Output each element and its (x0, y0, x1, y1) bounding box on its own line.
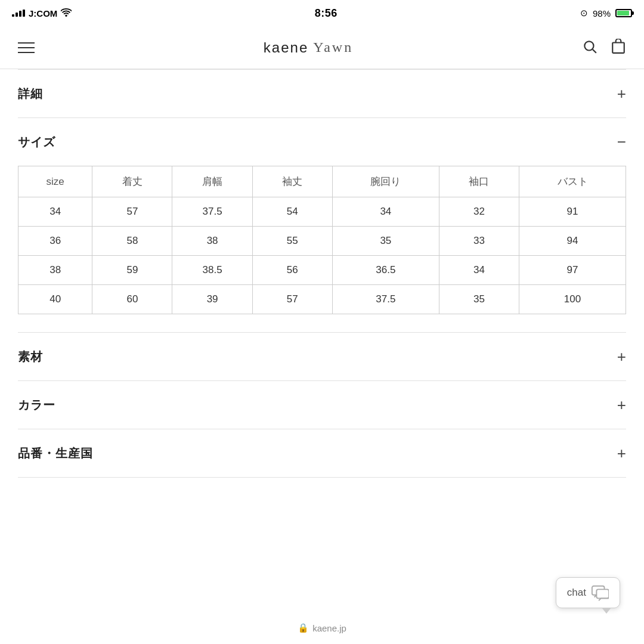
section-details: 詳細 + (0, 70, 644, 117)
lock-icon: 🔒 (298, 623, 309, 633)
chat-icon (591, 584, 609, 602)
table-row: 385938.55636.53497 (18, 256, 626, 285)
table-cell: 35 (332, 227, 439, 256)
table-cell: 36 (18, 227, 92, 256)
table-header-cell: 袖口 (439, 166, 519, 197)
table-cell: 34 (332, 197, 439, 227)
table-cell: 56 (252, 256, 332, 285)
table-cell: 33 (439, 227, 519, 256)
table-header-cell: 着丈 (92, 166, 172, 197)
wifi-icon (61, 8, 72, 18)
section-material: 素材 + (0, 333, 644, 380)
table-cell: 32 (439, 197, 519, 227)
status-bar: J:COM 8:56 ⊙ 98% (0, 0, 644, 26)
table-cell: 60 (92, 285, 172, 314)
table-cell: 36.5 (332, 256, 439, 285)
table-cell: 57 (252, 285, 332, 314)
section-product-info-title: 品番・生産国 (18, 445, 93, 462)
table-cell: 40 (18, 285, 92, 314)
table-cell: 38 (172, 227, 252, 256)
section-material-title: 素材 (18, 349, 43, 365)
table-cell: 91 (519, 197, 626, 227)
table-header-cell: 肩幅 (172, 166, 252, 197)
nav-icons (582, 39, 626, 57)
table-header-cell: 腕回り (332, 166, 439, 197)
table-header-cell: size (18, 166, 92, 197)
table-cell: 37.5 (172, 197, 252, 227)
section-product-info-toggle-icon: + (617, 444, 626, 463)
section-size: サイズ − (0, 118, 644, 166)
status-bar-left: J:COM (12, 8, 72, 18)
battery-percent: 98% (593, 8, 611, 18)
section-details-toggle-icon: + (617, 85, 626, 103)
cart-icon[interactable] (611, 39, 626, 57)
section-color: カラー + (0, 381, 644, 429)
section-size-title: サイズ (18, 134, 55, 150)
section-color-title: カラー (18, 397, 55, 413)
table-cell: 58 (92, 227, 172, 256)
size-table: size着丈肩幅袖丈腕回り袖口バスト 345737.55434329136583… (18, 166, 626, 314)
table-cell: 59 (92, 256, 172, 285)
lock-status-icon: ⊙ (580, 8, 588, 18)
table-cell: 100 (519, 285, 626, 314)
signal-icon (12, 10, 25, 17)
battery-icon (615, 9, 632, 17)
table-cell: 57 (92, 197, 172, 227)
section-color-header[interactable]: カラー + (18, 381, 626, 429)
search-icon[interactable] (582, 39, 597, 57)
table-header-cell: 袖丈 (252, 166, 332, 197)
svg-line-1 (593, 49, 596, 52)
table-cell: 35 (439, 285, 519, 314)
divider-product-info (18, 477, 626, 478)
table-cell: 34 (439, 256, 519, 285)
size-table-wrapper: size着丈肩幅袖丈腕回り袖口バスト 345737.55434329136583… (0, 166, 644, 332)
chat-button[interactable]: chat (556, 577, 620, 608)
table-cell: 34 (18, 197, 92, 227)
table-cell: 38 (18, 256, 92, 285)
section-material-header[interactable]: 素材 + (18, 333, 626, 380)
table-cell: 38.5 (172, 256, 252, 285)
nav-logo: kaene Yawn (264, 39, 353, 56)
section-product-info: 品番・生産国 + (0, 429, 644, 477)
section-product-info-header[interactable]: 品番・生産国 + (18, 429, 626, 477)
nav-bar: kaene Yawn (0, 26, 644, 69)
table-cell: 37.5 (332, 285, 439, 314)
carrier-label: J:COM (29, 8, 57, 18)
table-cell: 54 (252, 197, 332, 227)
table-cell: 55 (252, 227, 332, 256)
table-cell: 97 (519, 256, 626, 285)
status-bar-right: ⊙ 98% (580, 8, 632, 18)
section-size-toggle-icon: − (617, 133, 626, 151)
table-row: 4060395737.535100 (18, 285, 626, 314)
svg-rect-2 (612, 42, 624, 52)
table-header-cell: バスト (519, 166, 626, 197)
table-cell: 94 (519, 227, 626, 256)
section-details-title: 詳細 (18, 86, 43, 102)
logo-yawn: Yawn (313, 39, 353, 55)
svg-rect-4 (596, 589, 609, 598)
section-details-header[interactable]: 詳細 + (18, 70, 626, 117)
section-color-toggle-icon: + (617, 396, 626, 414)
status-time: 8:56 (315, 7, 338, 20)
section-material-toggle-icon: + (617, 348, 626, 366)
domain-label: kaene.jp (312, 623, 346, 633)
footer-domain: 🔒 kaene.jp (0, 623, 644, 633)
logo-kaene: kaene (264, 39, 308, 56)
table-header-row: size着丈肩幅袖丈腕回り袖口バスト (18, 166, 626, 197)
chat-label: chat (567, 587, 586, 599)
table-row: 36583855353394 (18, 227, 626, 256)
table-row: 345737.554343291 (18, 197, 626, 227)
svg-point-0 (584, 41, 593, 50)
table-cell: 39 (172, 285, 252, 314)
menu-button[interactable] (18, 42, 35, 53)
section-size-header[interactable]: サイズ − (18, 118, 626, 166)
